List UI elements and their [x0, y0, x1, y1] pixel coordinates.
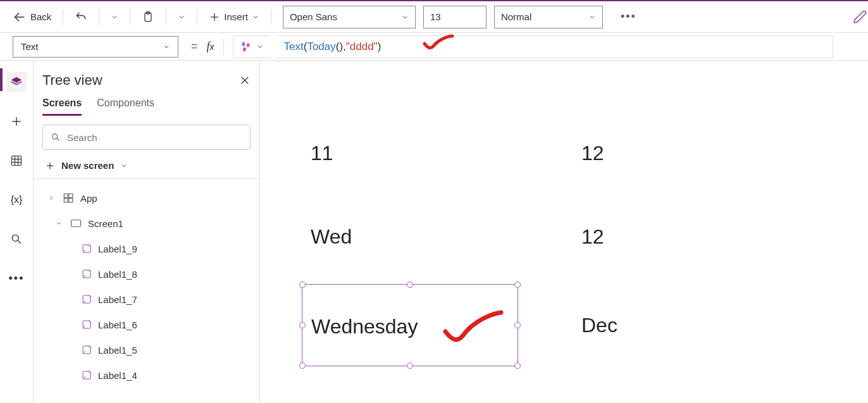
font-weight-dropdown[interactable]: Normal	[494, 6, 603, 28]
svg-rect-23	[69, 199, 73, 202]
canvas-label-selected[interactable]: Wednesday	[311, 315, 418, 338]
back-label: Back	[30, 11, 51, 22]
resize-handle[interactable]	[407, 282, 413, 288]
tree-node-control[interactable]: Label1_4	[42, 363, 251, 388]
rail-active-indicator	[0, 68, 3, 91]
paste-button[interactable]	[135, 6, 161, 28]
tree-node-control[interactable]: Label1_5	[42, 337, 251, 363]
formula-input[interactable]: Text(Today(),"dddd")	[276, 35, 833, 58]
label-control-icon	[82, 294, 92, 304]
tree-search-box[interactable]	[42, 125, 251, 150]
variables-icon: {x}	[11, 194, 23, 206]
tree-children: Label1_9 Label1_8 Label1_7 Label1_6 Labe…	[42, 236, 251, 388]
rail-search-button[interactable]	[6, 229, 27, 249]
rail-data-button[interactable]	[6, 151, 27, 171]
tree-node-label: App	[80, 193, 97, 204]
close-icon[interactable]	[239, 75, 251, 86]
selected-control[interactable]: Wednesday	[302, 284, 518, 366]
chevron-down-icon	[401, 13, 409, 21]
rail-variables-button[interactable]: {x}	[6, 190, 27, 210]
rail-more-button[interactable]: •••	[6, 268, 27, 288]
formula-token-fn: Today	[307, 40, 335, 53]
resize-handle[interactable]	[407, 363, 413, 369]
paste-options-dropdown[interactable]	[171, 6, 192, 28]
tree-node-app[interactable]: App	[42, 185, 251, 211]
annotation-checkmark-icon	[422, 34, 455, 53]
more-icon: •••	[9, 272, 25, 285]
arrow-left-icon	[13, 10, 27, 24]
main-area: {x} ••• Tree view Screens Components	[0, 61, 868, 403]
chevron-down-icon[interactable]	[55, 220, 64, 227]
rail-insert-button[interactable]	[6, 111, 27, 132]
rail-tree-view-button[interactable]	[6, 72, 27, 92]
tree-node-label: Label1_5	[98, 345, 137, 356]
tree-node-label: Label1_6	[98, 319, 137, 330]
resize-handle[interactable]	[514, 282, 521, 288]
canvas-label[interactable]: Wed	[311, 225, 352, 249]
label-control-icon	[82, 269, 92, 279]
left-rail: {x} •••	[0, 61, 34, 403]
back-button[interactable]: Back	[6, 6, 58, 28]
svg-rect-24	[71, 220, 81, 227]
toolbar-divider	[130, 9, 130, 25]
undo-icon	[75, 11, 87, 23]
copilot-button[interactable]	[233, 35, 270, 58]
undo-history-dropdown[interactable]	[104, 6, 125, 28]
design-canvas[interactable]: 11 12 Wed 12 Dec Wednesday	[260, 61, 868, 403]
canvas-label[interactable]: Dec	[581, 314, 617, 337]
tree-node-label: Label1_9	[98, 244, 137, 254]
svg-rect-22	[64, 199, 68, 202]
insert-label: Insert	[224, 11, 248, 22]
resize-handle[interactable]	[514, 322, 521, 328]
new-screen-button[interactable]: New screen	[42, 160, 251, 171]
formula-token-fn: Text	[284, 40, 304, 53]
undo-button[interactable]	[68, 6, 94, 28]
search-icon	[10, 233, 23, 245]
tree-node-label: Label1_8	[98, 269, 137, 280]
tree-node-control[interactable]: Label1_9	[42, 236, 251, 261]
tree-node-label: Screen1	[88, 218, 123, 229]
svg-line-17	[57, 139, 59, 141]
app-icon	[63, 192, 74, 204]
tree-divider	[34, 178, 259, 179]
resize-handle[interactable]	[299, 363, 306, 369]
tree-search-input[interactable]	[67, 132, 242, 143]
resize-handle[interactable]	[299, 322, 306, 328]
font-family-dropdown[interactable]: Open Sans	[283, 6, 416, 28]
plus-icon	[10, 115, 23, 128]
tab-screens[interactable]: Screens	[42, 97, 82, 116]
canvas-label[interactable]: 12	[581, 142, 604, 165]
edit-icon[interactable]	[853, 9, 868, 25]
label-control-icon	[82, 319, 92, 330]
canvas-label[interactable]: 11	[311, 142, 333, 165]
formula-bar: Text = fx Text(Today(),"dddd")	[0, 33, 868, 61]
tree-view-panel: Tree view Screens Components New screen	[34, 61, 260, 403]
resize-handle[interactable]	[299, 282, 306, 288]
toolbar-divider	[63, 9, 63, 25]
property-value: Text	[21, 41, 39, 52]
fx-icon[interactable]: fx	[207, 40, 214, 53]
insert-button[interactable]: Insert	[202, 6, 266, 28]
font-size-input[interactable]: 13	[423, 6, 487, 28]
tree-node-screen[interactable]: Screen1	[42, 211, 251, 236]
svg-rect-20	[64, 194, 68, 197]
copilot-icon	[240, 40, 252, 53]
chevron-down-icon	[111, 13, 118, 21]
chevron-down-icon	[252, 13, 259, 21]
canvas-label[interactable]: 12	[581, 225, 604, 249]
resize-handle[interactable]	[514, 363, 521, 369]
tree-node-control[interactable]: Label1_8	[42, 261, 251, 287]
chevron-down-icon	[256, 43, 264, 51]
more-commands-button[interactable]: •••	[621, 10, 636, 23]
tree-node-control[interactable]: Label1_7	[42, 287, 251, 312]
tree-view-title: Tree view	[42, 72, 102, 89]
toolbar-divider	[271, 9, 271, 25]
svg-rect-7	[12, 156, 22, 166]
tab-components[interactable]: Components	[97, 97, 154, 116]
chevron-right-icon[interactable]	[47, 194, 56, 202]
tree-node-control[interactable]: Label1_6	[42, 312, 251, 337]
formula-token: ()	[336, 40, 343, 53]
plus-icon	[45, 161, 55, 171]
property-selector[interactable]: Text	[13, 36, 178, 58]
chevron-down-icon	[588, 13, 596, 21]
